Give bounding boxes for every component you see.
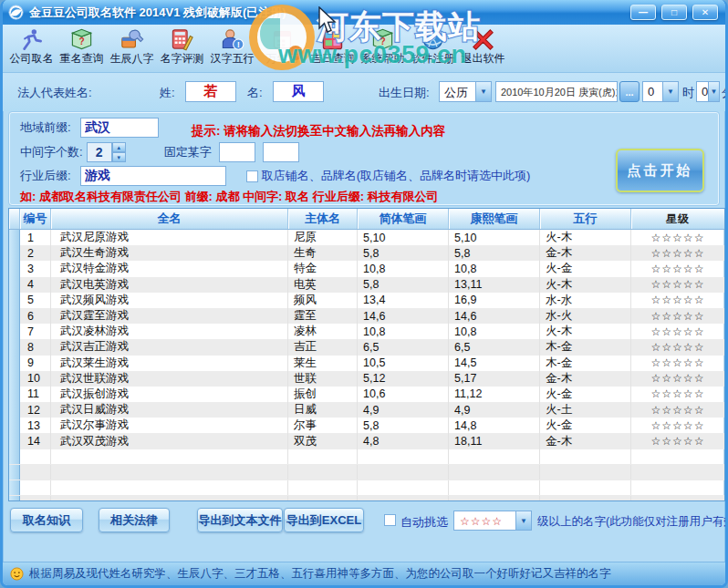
table-row[interactable]: 8武汉吉正游戏吉正6,56,5木-金☆☆☆☆☆: [9, 339, 724, 355]
fixed-char-field-2[interactable]: [263, 142, 299, 162]
table-row[interactable]: 7武汉凌林游戏凌林10,810,8火-木☆☆☆☆☆: [9, 324, 724, 339]
toolbar-label: 名字评测: [161, 52, 204, 66]
toolbar-duplicate-name-search[interactable]: ? 重名查询: [57, 27, 107, 71]
toolbar-label: 系统帮助: [361, 52, 405, 66]
cell-main-name: 世联: [288, 371, 358, 387]
region-prefix-field[interactable]: [80, 118, 159, 138]
minute-select[interactable]: 0 ▼: [696, 81, 720, 102]
cell-five-elements: [540, 496, 631, 500]
col-header-stars[interactable]: 星级: [631, 209, 724, 229]
cell-stars: ☆☆☆☆☆: [631, 261, 724, 276]
toolbar-label: 吉日查询: [311, 52, 355, 66]
table-row[interactable]: 5武汉频风游戏频风13,416,9水-水☆☆☆☆☆: [9, 293, 724, 308]
table-row[interactable]: 4武汉电英游戏电英5,813,11火-木☆☆☆☆☆: [9, 277, 724, 293]
cell-simplified-strokes: 10,8: [358, 261, 449, 276]
cell-five-elements: 水-水: [540, 293, 631, 308]
fixed-char-field-1[interactable]: [219, 142, 255, 162]
cell-simplified-strokes: 5,8: [358, 245, 449, 261]
cell-kangxi-strokes: 14,6: [449, 308, 540, 324]
chevron-down-icon[interactable]: ▼: [708, 82, 719, 101]
cell-stars: [631, 480, 724, 495]
cell-no: 6: [20, 308, 51, 324]
smiley-icon: [10, 567, 24, 581]
cell-full-name: 武汉莱生游戏: [51, 356, 288, 371]
shop-name-checkbox[interactable]: [246, 170, 258, 182]
svg-text:!: !: [237, 39, 240, 49]
toolbar-birth-bazi[interactable]: 生辰八字: [107, 27, 157, 71]
middle-char-count-stepper[interactable]: 2 ▲ ▼: [87, 142, 126, 162]
cell-no: 3: [20, 261, 51, 276]
table-row[interactable]: 6武汉霆至游戏霆至14,614,6水-火☆☆☆☆☆: [9, 308, 724, 324]
toolbar-label: 退出软件: [462, 52, 505, 66]
given-name-field[interactable]: [273, 81, 324, 102]
stepper-down-icon[interactable]: ▼: [112, 152, 126, 162]
cell-stars: ☆☆☆☆☆: [631, 402, 724, 418]
colorful-calendar-icon: [320, 27, 345, 52]
table-row[interactable]: 11武汉振创游戏振创10,611,12火-金☆☆☆☆☆: [9, 387, 724, 402]
cell-no: 10: [20, 371, 51, 387]
chevron-down-icon[interactable]: ▼: [662, 82, 678, 101]
toolbar-company-naming[interactable]: 公司取名: [6, 27, 57, 71]
col-header-five-elements[interactable]: 五行: [540, 209, 631, 229]
star-filter-select[interactable]: ☆☆☆☆ ▼: [453, 511, 532, 531]
calendar-type-value: 公历: [440, 82, 475, 101]
table-row[interactable]: 3武汉特金游戏特金10,810,8火-金☆☆☆☆☆: [9, 261, 724, 276]
toolbar-perpetual-calendar[interactable]: 万年历: [257, 27, 307, 71]
col-header-main-name[interactable]: 主体名: [288, 209, 358, 229]
maximize-button[interactable]: □: [661, 5, 687, 20]
cell-kangxi-strokes: 11,12: [449, 387, 540, 402]
col-header-simplified-strokes[interactable]: 简体笔画: [358, 209, 449, 229]
table-row[interactable]: 10武汉世联游戏世联5,125,17金-木☆☆☆☆☆: [9, 371, 724, 387]
related-law-button[interactable]: 相关法律: [99, 508, 170, 532]
cell-full-name: 武汉生奇游戏: [51, 245, 288, 261]
cell-five-elements: [540, 480, 631, 495]
legal-person-form: 法人代表姓名: 姓: 名: 出生日期: 公历 ▼ 2010年10月20日 庚寅(…: [3, 73, 725, 111]
minimize-button[interactable]: —: [630, 5, 656, 20]
cell-main-name: [288, 449, 358, 464]
toolbar-name-evaluation[interactable]: 名字评测: [157, 27, 207, 71]
example-text: 如: 成都取名科技有限责任公司 前缀: 成都 中间字: 取名 行业后缀: 科技有…: [20, 189, 439, 205]
table-row[interactable]: 2武汉生奇游戏生奇5,85,8金-木☆☆☆☆☆: [9, 245, 724, 261]
chevron-down-icon[interactable]: ▼: [515, 511, 531, 530]
surname-field[interactable]: [185, 81, 236, 102]
cell-no: 9: [20, 356, 51, 371]
hour-select[interactable]: 0 ▼: [642, 81, 679, 102]
chevron-down-icon[interactable]: ▼: [475, 82, 491, 101]
industry-suffix-field[interactable]: [80, 166, 226, 186]
row-selector: [9, 356, 20, 371]
export-excel-button[interactable]: 导出到EXCEL: [284, 508, 364, 532]
auto-select-checkbox[interactable]: [384, 514, 396, 526]
toolbar-auspicious-day-search[interactable]: 吉日查询: [307, 27, 358, 71]
cell-kangxi-strokes: 13,11: [449, 277, 540, 293]
cell-kangxi-strokes: [449, 496, 540, 500]
table-row[interactable]: 14武汉双茂游戏双茂4,818,11金-木☆☆☆☆☆: [9, 433, 724, 449]
calendar-type-select[interactable]: 公历 ▼: [439, 81, 492, 102]
status-text: 根据周易及现代姓名研究学、生辰八字、三才五格、五行喜用神等多方面、为您的公司取一…: [29, 566, 611, 582]
start-button[interactable]: 点击开始: [616, 149, 704, 192]
table-row[interactable]: 13武汉尔事游戏尔事5,814,8火-金☆☆☆☆☆: [9, 418, 724, 433]
cell-full-name: 武汉霆至游戏: [51, 308, 288, 324]
cell-kangxi-strokes: 5,10: [449, 230, 540, 245]
cell-full-name: 武汉凌林游戏: [51, 324, 288, 339]
date-picker-button[interactable]: ...: [619, 81, 640, 102]
toolbar-exit-software[interactable]: 退出软件: [458, 27, 508, 71]
table-row[interactable]: 1武汉尼原游戏尼原5,105,10火-木☆☆☆☆☆: [9, 230, 724, 245]
toolbar-hanzi-wuxing[interactable]: ! 汉字五行: [207, 27, 257, 71]
table-row[interactable]: 12武汉日威游戏日威4,94,9火-土☆☆☆☆☆: [9, 402, 724, 418]
cell-no: 5: [20, 293, 51, 308]
export-text-button[interactable]: 导出到文本文件: [197, 508, 283, 532]
naming-knowledge-button[interactable]: 取名知识: [10, 508, 83, 532]
cell-simplified-strokes: 10,6: [358, 387, 449, 402]
stepper-up-icon[interactable]: ▲: [112, 142, 126, 152]
toolbar-system-help[interactable]: ? 系统帮助: [358, 27, 408, 71]
cell-full-name: 武汉日威游戏: [51, 402, 288, 418]
col-header-no[interactable]: 编号: [20, 209, 51, 229]
close-button[interactable]: ✕: [692, 5, 718, 20]
toolbar-software-register[interactable]: 软件注册: [408, 27, 458, 71]
col-header-kangxi-strokes[interactable]: 康熙笔画: [449, 209, 540, 229]
table-row[interactable]: 9武汉莱生游戏莱生10,514,5木-金☆☆☆☆☆: [9, 356, 724, 371]
cell-no: [20, 496, 51, 500]
col-header-full-name[interactable]: 全名: [51, 209, 288, 229]
cell-main-name: 尔事: [288, 418, 358, 433]
birth-date-field[interactable]: 2010年10月20日 庚寅(虎)九月十三: [495, 81, 618, 102]
